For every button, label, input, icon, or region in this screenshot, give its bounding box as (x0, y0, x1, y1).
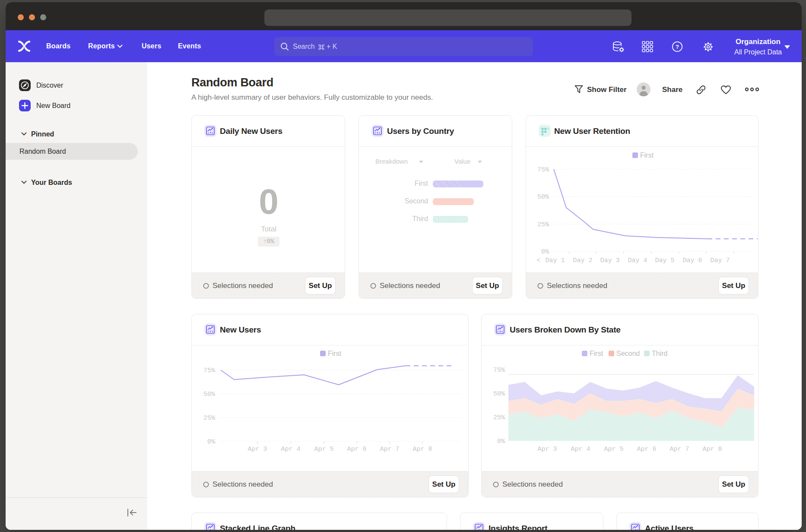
svg-text:Apr 6: Apr 6 (347, 446, 366, 453)
svg-text:Apr 4: Apr 4 (571, 446, 590, 453)
svg-text:75%: 75% (203, 367, 216, 374)
svg-text:50%: 50% (493, 390, 505, 398)
svg-text:25%: 25% (203, 415, 216, 422)
svg-text:Apr 5: Apr 5 (314, 446, 333, 453)
svg-text:Apr 8: Apr 8 (413, 446, 432, 453)
svg-text:Day 1: Day 1 (545, 257, 565, 264)
svg-text:Apr 7: Apr 7 (380, 446, 399, 453)
svg-text:50%: 50% (203, 391, 216, 398)
svg-text:50%: 50% (537, 193, 549, 201)
svg-text:Apr 3: Apr 3 (248, 446, 267, 453)
svg-text:Apr 3: Apr 3 (537, 446, 557, 453)
svg-text:?: ? (676, 44, 679, 50)
svg-text:0%: 0% (207, 438, 216, 446)
svg-text:<: < (536, 257, 540, 264)
svg-text:First: First (328, 350, 342, 357)
svg-text:Apr 5: Apr 5 (604, 446, 623, 453)
svg-text:Apr 4: Apr 4 (281, 446, 300, 453)
svg-text:Third: Third (652, 350, 667, 357)
svg-text:Day 2: Day 2 (573, 257, 592, 264)
svg-text:Day 7: Day 7 (710, 257, 730, 264)
svg-text:Day 6: Day 6 (682, 257, 702, 264)
svg-text:First: First (590, 350, 603, 357)
svg-text:Day 4: Day 4 (628, 257, 647, 264)
svg-text:First: First (640, 152, 654, 159)
svg-text:Day 5: Day 5 (655, 257, 674, 264)
svg-text:25%: 25% (537, 221, 549, 228)
svg-text:0%: 0% (497, 438, 505, 445)
svg-text:Apr 7: Apr 7 (670, 446, 689, 453)
svg-text:75%: 75% (493, 367, 505, 374)
svg-text:Apr 8: Apr 8 (702, 446, 722, 453)
svg-text:Apr 6: Apr 6 (637, 446, 656, 453)
svg-text:Second: Second (616, 350, 640, 357)
svg-text:0%: 0% (541, 248, 549, 256)
svg-text:Day 3: Day 3 (600, 257, 619, 264)
svg-text:75%: 75% (537, 166, 549, 174)
svg-text:25%: 25% (493, 414, 505, 421)
